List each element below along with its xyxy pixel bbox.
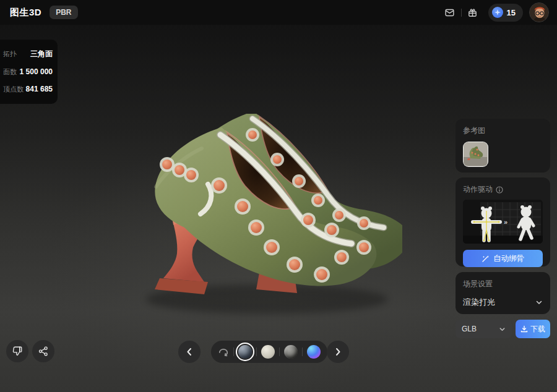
motion-arrow-glyph: »: [504, 218, 507, 226]
pbr-badge: PBR: [50, 6, 77, 19]
reference-title: 参考图: [463, 126, 543, 136]
right-sidebar: 参考图 动作驱动: [456, 119, 550, 338]
info-row-faces: 面数 1 500 000: [3, 64, 53, 81]
page-title: 图生3D: [10, 7, 41, 19]
motion-title-row: 动作驱动: [463, 184, 543, 195]
material-toolbar: [211, 341, 327, 363]
motion-preview-image[interactable]: »: [463, 200, 543, 244]
model-3d-shoes[interactable]: [127, 114, 402, 326]
toolbar-divider: [256, 347, 257, 356]
chevron-down-icon: [499, 326, 506, 333]
info-value: 1 500 000: [20, 67, 53, 76]
toolbar-divider: [279, 347, 280, 356]
next-button[interactable]: [327, 341, 349, 363]
download-button[interactable]: 下载: [516, 320, 550, 338]
info-row-topology: 拓扑 三角面: [3, 45, 53, 64]
download-icon: [520, 325, 528, 333]
format-select[interactable]: GLB: [456, 320, 512, 338]
studio-sphere[interactable]: [237, 344, 253, 360]
stone-sphere[interactable]: [283, 344, 299, 360]
app-window: 图生3D PBR 15: [0, 0, 557, 392]
share-button[interactable]: [32, 340, 54, 362]
toolbar-divider: [233, 347, 234, 356]
download-label: 下载: [530, 324, 545, 334]
format-value: GLB: [462, 325, 477, 333]
dislike-button[interactable]: [6, 340, 28, 362]
clay-sphere[interactable]: [260, 344, 276, 360]
info-value: 三角面: [30, 49, 53, 59]
prev-button[interactable]: [178, 341, 201, 363]
info-label: 顶点数: [3, 85, 24, 94]
chevron-down-icon: [535, 299, 543, 306]
info-label: 拓扑: [3, 49, 17, 59]
topbar-divider: [461, 9, 462, 17]
info-value: 841 685: [26, 85, 53, 93]
info-row-vertices: 顶点数 841 685: [3, 81, 53, 98]
magic-wand-icon: [481, 255, 490, 263]
topbar-actions: 15: [444, 2, 549, 22]
orbit-rotate-icon[interactable]: [217, 345, 230, 359]
model-info-panel: 拓扑 三角面 面数 1 500 000 顶点数 841 685: [0, 40, 58, 104]
toolbar-divider: [302, 347, 303, 356]
colorful-sphere[interactable]: [306, 344, 322, 360]
auto-rig-label: 自动绑骨: [493, 254, 524, 264]
avatar[interactable]: [529, 2, 549, 22]
coin-icon: [492, 7, 503, 18]
mail-icon[interactable]: [444, 7, 456, 18]
reference-image-card: 参考图: [456, 119, 550, 173]
reference-thumbnail[interactable]: [463, 142, 488, 167]
motion-title: 动作驱动: [463, 184, 493, 195]
export-row: GLB 下载: [456, 320, 550, 338]
auto-rig-button[interactable]: 自动绑骨: [463, 250, 543, 267]
info-label: 面数: [3, 67, 17, 77]
motion-drive-card: 动作驱动: [456, 177, 550, 266]
lighting-dropdown[interactable]: 渲染打光: [463, 297, 543, 308]
lighting-value: 渲染打光: [463, 297, 495, 308]
scene-settings-title: 场景设置: [463, 279, 543, 289]
credits-pill[interactable]: 15: [488, 4, 523, 22]
gift-icon[interactable]: [467, 7, 478, 18]
info-icon[interactable]: [496, 186, 503, 194]
credits-count: 15: [507, 8, 516, 17]
top-bar: 图生3D PBR 15: [0, 0, 557, 25]
scene-settings-card: 场景设置 渲染打光: [456, 272, 550, 314]
